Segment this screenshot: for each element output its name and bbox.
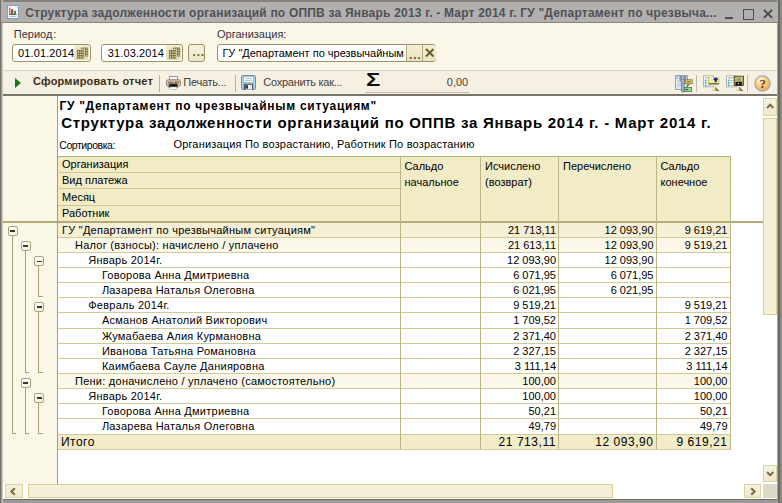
svg-text:?: ? [759, 76, 766, 91]
